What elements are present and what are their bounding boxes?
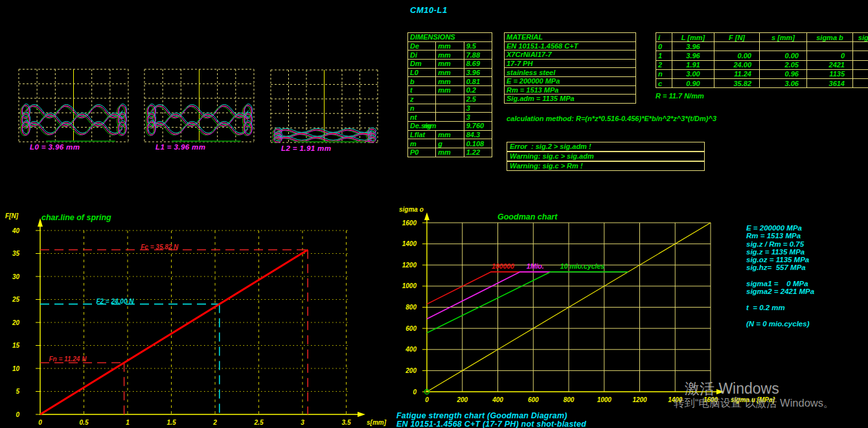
dimension-label-unit: De.sigmm xyxy=(408,121,464,130)
cycles-label: 1Mio. xyxy=(527,262,544,270)
material-row: Sig.adm = 1135 MPa xyxy=(505,95,636,104)
spring-coil-end xyxy=(273,129,281,134)
spring-coil-end xyxy=(274,137,282,142)
spring-coil-end xyxy=(367,133,375,138)
spring-coil-wave xyxy=(152,123,248,135)
force-marker-label: Fn = 11.24 N xyxy=(49,355,87,363)
spring-label-l1: L1 = 3.96 mm xyxy=(155,143,205,151)
cycles-label: 100000 xyxy=(492,262,514,270)
y-tick-label: 20 xyxy=(12,319,20,326)
spring-coil-wave xyxy=(277,133,371,137)
spring-coil-end xyxy=(367,130,374,135)
spring-coil-end xyxy=(22,114,30,127)
spring-coil-wave xyxy=(277,131,371,135)
results-row-2: 21.9124.002.0524211.60 xyxy=(656,60,868,69)
dimension-row-desig: De.sigmm9.760 xyxy=(408,121,492,130)
x-tick-label: 1000 xyxy=(597,396,612,403)
results-col-header: F [N] xyxy=(714,33,760,42)
goodman-info-line xyxy=(746,272,814,280)
results-cell xyxy=(760,42,807,51)
spring-coil-wave xyxy=(152,106,248,118)
goodman-info-line: t = 0.2 mm xyxy=(746,304,814,311)
material-row: 17-7 PH xyxy=(505,59,636,68)
x-tick-label: 600 xyxy=(528,396,539,403)
spring-coil-wave xyxy=(151,114,247,126)
x-tick-label: 200 xyxy=(456,396,468,403)
results-cell: 1.60 xyxy=(853,60,868,69)
x-tick-label: 0.5 xyxy=(80,419,89,426)
x-tick-label: 3.5 xyxy=(342,419,351,426)
spring-coil-end xyxy=(273,134,280,139)
spring-coil-end xyxy=(22,122,30,135)
x-axis-arrow xyxy=(358,412,365,417)
dimension-label: Lflat xyxy=(408,130,436,139)
dimension-row-l0: L0mm3.96 xyxy=(408,68,492,77)
dimension-value: 0.81 xyxy=(464,77,492,86)
results-cell: 0.96 xyxy=(760,69,807,78)
y-axis-title: sigma o xyxy=(399,206,424,213)
y-tick-label: 30 xyxy=(12,273,20,280)
y-tick-label: 0 xyxy=(413,389,417,396)
results-cell: 2 xyxy=(656,60,672,69)
x-tick-label: 0 xyxy=(425,396,429,403)
dimension-label: t xyxy=(408,86,436,95)
y-tick-label: 0 xyxy=(16,411,19,418)
spring-coil-wave xyxy=(279,133,372,137)
spring-coil-end xyxy=(148,121,156,134)
results-row-c: c0.9035.823.0636142.39 xyxy=(656,78,868,87)
warning-message: Warning: sig.c > Rm ! xyxy=(507,161,705,171)
results-col-header: i xyxy=(656,33,672,42)
dimension-row-b: bmm0.81 xyxy=(408,77,492,86)
dimension-label: Dm xyxy=(408,60,436,69)
dimension-label: Di xyxy=(408,51,436,60)
spring-coil-end xyxy=(275,128,282,133)
dimension-value: 84.3 xyxy=(464,130,492,139)
x-tick-label: 400 xyxy=(492,396,503,403)
working-point-marker xyxy=(425,390,429,394)
dimension-row-n: n3 xyxy=(408,104,492,113)
results-cell: 0.00 xyxy=(760,51,807,60)
spring-coil-end xyxy=(245,121,253,134)
spring-coil-end xyxy=(146,106,154,119)
spring-coil-end xyxy=(367,129,375,134)
dimension-row-p0: P0mm1.22 xyxy=(408,148,492,157)
dimensions-header: DIMENSIONS xyxy=(408,33,492,42)
spring-coil-end xyxy=(148,114,155,127)
error-message: Error : sig.2 > sig.adm ! xyxy=(507,142,705,152)
dimension-unit xyxy=(436,104,464,113)
goodman-info-line: (N = 0 mio.cycles) xyxy=(746,320,814,328)
footer-line-1: Fatigue strength chart (Goodman Diagram) xyxy=(396,411,567,420)
spring-coil-wave xyxy=(25,107,121,118)
spring-coil-end xyxy=(146,123,154,136)
spring-coil-wave xyxy=(152,113,249,125)
results-cell: 0.00 xyxy=(853,51,868,60)
spring-coil-end xyxy=(117,123,125,136)
spring-coil-end xyxy=(273,137,281,142)
x-tick-label: 2 xyxy=(212,419,217,426)
results-cell: 0.00 xyxy=(714,51,760,60)
spring-coil-wave xyxy=(279,129,372,133)
x-tick-label: 1.5 xyxy=(167,419,176,426)
page-title: CM10-L1 xyxy=(410,5,448,15)
spring-coil-end xyxy=(119,106,126,118)
dimension-value: 3.96 xyxy=(464,68,492,77)
spring-coil-end xyxy=(367,138,374,143)
dimension-value: 1.22 xyxy=(464,148,492,157)
spring-coil-end xyxy=(244,113,251,126)
spring-coil-end xyxy=(148,104,156,117)
spring-coil-end xyxy=(21,122,29,135)
spring-coil-wave xyxy=(27,122,123,133)
dimension-unit: g xyxy=(436,139,464,148)
spring-coil-wave xyxy=(25,115,121,127)
material-row: EN 10151-1.4568 C+T xyxy=(505,41,636,51)
dimension-label: z xyxy=(408,95,436,104)
dimension-value: 2.5 xyxy=(464,95,492,104)
chart-title: Goodman chart xyxy=(497,212,558,221)
series-line xyxy=(427,272,628,304)
x-tick-label: 800 xyxy=(564,396,575,403)
spring-coil-wave xyxy=(152,115,248,126)
spring-coil-end xyxy=(21,105,29,118)
spring-label-l0: L0 = 3.96 mm xyxy=(30,143,80,151)
spring-coil-end xyxy=(146,115,154,128)
results-cell: 1 xyxy=(656,51,672,60)
